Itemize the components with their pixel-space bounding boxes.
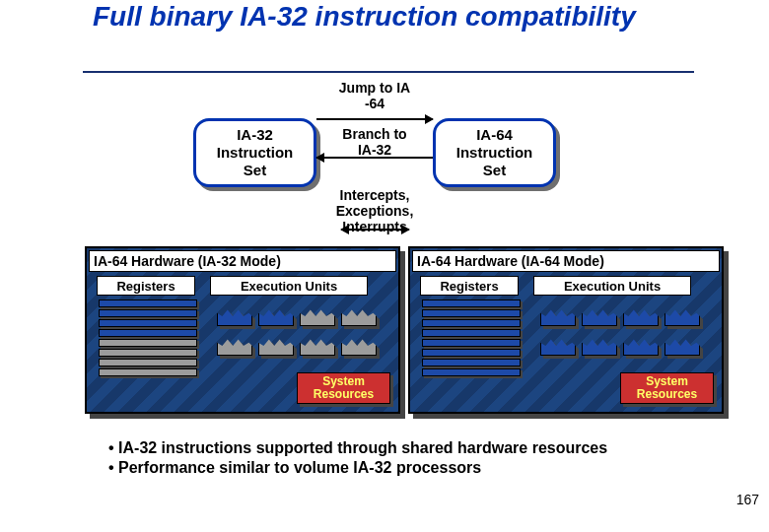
ia32-instruction-set-box: IA-32InstructionSet — [193, 118, 316, 187]
system-resources-box: SystemResources — [620, 372, 714, 404]
transition-branch-label: Branch toIA-32 — [325, 126, 424, 158]
register-row — [422, 368, 521, 376]
register-row — [422, 349, 521, 357]
slide-title: Full binary IA-32 instruction compatibil… — [93, 2, 684, 33]
page-number: 167 — [736, 492, 759, 507]
ia64-instruction-set-box: IA-64InstructionSet — [433, 118, 556, 187]
exec-unit-icon — [582, 304, 617, 330]
register-row — [99, 359, 197, 366]
registers-label: Registers — [420, 276, 519, 296]
register-row — [99, 368, 197, 376]
register-rows — [422, 299, 521, 378]
exec-unit-icon — [623, 334, 659, 360]
exec-unit-icon — [664, 304, 700, 330]
exec-unit-icon — [341, 334, 377, 360]
exec-unit-icon — [217, 304, 252, 330]
register-row — [99, 339, 197, 347]
panel-body: IA-64 Hardware (IA-64 Mode) Registers Ex… — [408, 246, 724, 414]
hw-title: IA-64 Hardware (IA-64 Mode) — [412, 250, 720, 272]
exec-unit-icon — [540, 304, 576, 330]
exec-unit-icon — [258, 304, 294, 330]
register-row — [99, 319, 197, 327]
register-row — [422, 319, 521, 327]
exec-unit-icon — [341, 304, 377, 330]
exec-units-label: Execution Units — [210, 276, 368, 296]
transition-jump-label: Jump to IA-64 — [325, 80, 424, 111]
bullet-list: • IA-32 instructions supported through s… — [108, 438, 607, 478]
hw-panel-ia64-mode: IA-64 Hardware (IA-64 Mode) Registers Ex… — [408, 246, 724, 414]
register-row — [99, 349, 197, 357]
panel-body: IA-64 Hardware (IA-32 Mode) Registers Ex… — [85, 246, 400, 414]
exec-unit-icon — [258, 334, 294, 360]
register-row — [99, 329, 197, 337]
exec-unit-icon — [582, 334, 617, 360]
system-resources-box: SystemResources — [297, 372, 390, 404]
bullet-item: • Performance similar to volume IA-32 pr… — [108, 458, 607, 478]
exec-units-area — [538, 302, 711, 376]
register-row — [422, 339, 521, 347]
arrow-intercepts-right — [375, 229, 409, 231]
register-row — [99, 309, 197, 317]
register-row — [99, 299, 197, 307]
arrow-intercepts-left — [341, 229, 376, 231]
bullet-item: • IA-32 instructions supported through s… — [108, 438, 607, 458]
arrow-jump-to-ia64 — [316, 118, 433, 120]
exec-unit-icon — [300, 304, 335, 330]
hw-title: IA-64 Hardware (IA-32 Mode) — [89, 250, 396, 272]
title-underline — [83, 71, 694, 73]
exec-units-label: Execution Units — [533, 276, 691, 296]
register-rows — [99, 299, 197, 378]
hw-panel-ia32-mode: IA-64 Hardware (IA-32 Mode) Registers Ex… — [85, 246, 400, 414]
register-row — [422, 329, 521, 337]
exec-unit-icon — [664, 334, 700, 360]
register-row — [422, 359, 521, 366]
exec-units-area — [215, 302, 387, 376]
registers-label: Registers — [97, 276, 195, 296]
exec-unit-icon — [217, 334, 252, 360]
exec-unit-icon — [540, 334, 576, 360]
register-row — [422, 309, 521, 317]
arrow-branch-to-ia32 — [316, 157, 433, 159]
system-resources-label: SystemResources — [297, 372, 390, 404]
exec-unit-icon — [300, 334, 335, 360]
exec-unit-icon — [623, 304, 659, 330]
system-resources-label: SystemResources — [620, 372, 714, 404]
register-row — [422, 299, 521, 307]
